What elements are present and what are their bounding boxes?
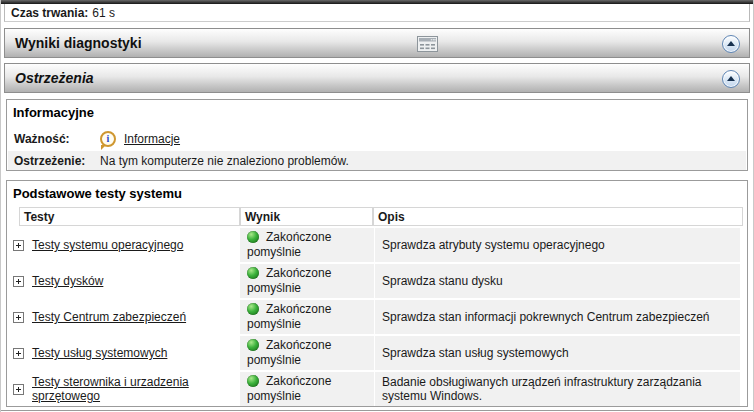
test-link[interactable]: Testy sterownika i urzadzenia sprzętoweg… (32, 375, 239, 403)
bottom-divider (1, 410, 753, 411)
green-success-ball-icon (247, 231, 259, 243)
column-header-description[interactable]: Opis (373, 207, 743, 226)
result-cell: Zakończone pomyślnie (240, 300, 374, 334)
section-title: Ostrzeżenia (15, 70, 94, 86)
table-body: Testy systemu operacyjnegoZakończone pom… (8, 228, 746, 408)
information-link[interactable]: Informacje (124, 132, 180, 146)
result-cell: Zakończone pomyślnie (240, 264, 374, 298)
expand-plus-icon[interactable] (13, 348, 24, 359)
test-name-cell: Testy sterownika i urzadzenia sprzętoweg… (8, 372, 239, 406)
column-header-result[interactable]: Wynik (240, 207, 373, 226)
test-name-cell: Testy dysków (8, 264, 239, 298)
green-success-ball-icon (247, 339, 259, 351)
green-success-ball-icon (247, 303, 259, 315)
expand-plus-icon[interactable] (13, 240, 24, 251)
column-header-tests[interactable]: Testy (19, 207, 240, 226)
expand-plus-icon[interactable] (13, 312, 24, 323)
test-link[interactable]: Testy dysków (32, 274, 103, 288)
collapse-warnings-button[interactable] (722, 70, 740, 88)
test-link[interactable]: Testy systemu operacyjnego (32, 238, 183, 252)
informational-panel: Informacyjne Ważność: i Informacje Ostrz… (6, 99, 748, 171)
status-text: Zakończone pomyślnie (247, 302, 331, 331)
table-row: Testy dyskówZakończone pomyślnieSprawdza… (8, 264, 746, 298)
status-text: Zakończone pomyślnie (247, 266, 331, 295)
expand-plus-icon[interactable] (13, 384, 24, 395)
table-row: Testy systemu operacyjnegoZakończone pom… (8, 228, 746, 262)
duration-label: Czas trwania: (11, 6, 88, 20)
test-name-cell: Testy systemu operacyjnego (8, 228, 239, 262)
result-cell: Zakończone pomyślnie (240, 372, 374, 406)
information-balloon-icon: i (100, 131, 116, 147)
status-text: Zakończone pomyślnie (247, 374, 331, 403)
chevron-up-icon (727, 41, 735, 46)
table-row: Testy sterownika i urzadzenia sprzętoweg… (8, 372, 746, 406)
warning-label: Ostrzeżenie: (8, 154, 100, 168)
status-text: Zakończone pomyślnie (247, 338, 331, 367)
duration-row: Czas trwania: 61 s (4, 4, 750, 22)
section-header-diagnostic-results[interactable]: Wyniki diagnostyki (4, 28, 750, 58)
test-description-cell: Badanie obsługiwanych urządzeń infrastru… (375, 372, 740, 406)
result-cell: Zakończone pomyślnie (240, 228, 374, 262)
table-header-row: Testy Wynik Opis (7, 207, 747, 227)
expand-plus-icon[interactable] (13, 276, 24, 287)
test-description-cell: Sprawdza atrybuty systemu operacyjnego (375, 228, 740, 262)
green-success-ball-icon (247, 375, 259, 387)
informational-title: Informacyjne (7, 100, 747, 120)
test-name-cell: Testy usług systemowych (8, 336, 239, 370)
green-success-ball-icon (247, 267, 259, 279)
test-description-cell: Sprawdza stan informacji pokrewnych Cent… (375, 300, 740, 334)
basic-tests-title: Podstawowe testy systemu (7, 181, 747, 201)
test-link[interactable]: Testy usług systemowych (32, 346, 167, 360)
duration-value: 61 s (92, 6, 115, 20)
warning-row: Ostrzeżenie: Na tym komputerze nie znale… (8, 151, 746, 170)
status-text: Zakończone pomyślnie (247, 230, 331, 259)
basic-system-tests-panel: Podstawowe testy systemu Testy Wynik Opi… (6, 180, 748, 407)
section-title: Wyniki diagnostyki (15, 35, 142, 51)
result-cell: Zakończone pomyślnie (240, 336, 374, 370)
chevron-up-icon (727, 76, 735, 81)
warning-text: Na tym komputerze nie znaleziono problem… (100, 154, 349, 168)
diagnostics-report-page: Czas trwania: 61 s Wyniki diagnostyki Os… (0, 0, 754, 412)
test-name-cell: Testy Centrum zabezpieczeń (8, 300, 239, 334)
severity-row: Ważność: i Informacje (8, 126, 746, 151)
severity-label: Ważność: (8, 132, 100, 146)
section-header-warnings[interactable]: Ostrzeżenia (4, 63, 750, 93)
test-description-cell: Sprawdza stan usług systemowych (375, 336, 740, 370)
test-description-cell: Sprawdza stanu dysku (375, 264, 740, 298)
table-row: Testy Centrum zabezpieczeńZakończone pom… (8, 300, 746, 334)
report-grid-icon (417, 36, 438, 55)
table-row: Testy usług systemowychZakończone pomyśl… (8, 336, 746, 370)
test-link[interactable]: Testy Centrum zabezpieczeń (32, 310, 186, 324)
collapse-results-button[interactable] (722, 35, 740, 53)
